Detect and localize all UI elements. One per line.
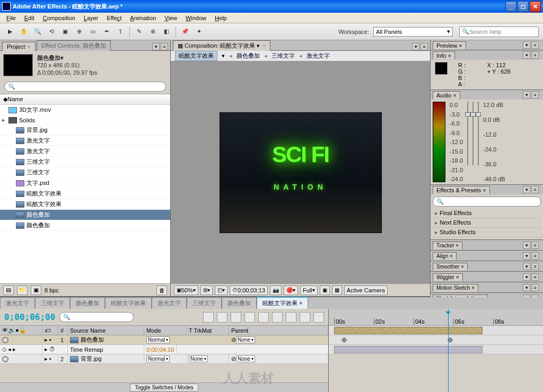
menu-layer[interactable]: Layer <box>80 14 103 22</box>
snapshot-button[interactable]: 📷 <box>270 286 282 295</box>
project-search[interactable]: 🔍 <box>4 82 166 92</box>
timeline-tab[interactable]: 三维文字 <box>35 297 70 309</box>
audio-tab[interactable]: Audio × <box>433 91 460 99</box>
tl-tool-icon[interactable] <box>286 312 296 323</box>
timeline-search[interactable]: 🔍 <box>59 312 134 322</box>
new-comp-button[interactable]: ▣ <box>31 286 41 295</box>
crumb[interactable]: 三维文字 <box>272 52 295 60</box>
search-help-input[interactable]: 🔍 Search Help <box>459 26 539 37</box>
tl-tool-icon[interactable] <box>203 312 214 323</box>
maximize-button[interactable]: ◻ <box>518 1 529 12</box>
side-panel-tab[interactable]: Align × <box>433 252 457 260</box>
crumb[interactable]: 激光文字 <box>306 52 330 60</box>
side-panel-tab[interactable]: Smoother × <box>433 263 468 270</box>
zoom-dropdown[interactable]: ▣ 50% ▾ <box>174 286 198 295</box>
camera-tool[interactable]: ▣ <box>59 26 71 38</box>
project-item[interactable]: 眩酷文字效果 <box>0 189 170 199</box>
playhead[interactable] <box>448 309 449 392</box>
effects-preset-category[interactable]: Final Effects <box>433 209 541 218</box>
camera-dropdown[interactable]: Active Camera <box>344 286 388 295</box>
tl-tool-icon[interactable] <box>272 312 283 323</box>
composition-viewer[interactable]: SCI FI NATION <box>171 61 430 283</box>
tl-tool-icon[interactable] <box>300 312 310 323</box>
mask-button[interactable]: ◰▾ <box>215 286 227 295</box>
menu-edit[interactable]: Edit <box>20 14 39 22</box>
tl-tool-icon[interactable] <box>313 312 324 323</box>
menu-composition[interactable]: Composition <box>39 14 80 22</box>
timeline-tab[interactable]: 激光文字 <box>152 297 187 309</box>
hand-tool[interactable]: ✋ <box>18 26 30 38</box>
local-axis-tool[interactable]: ✦ <box>193 26 205 38</box>
audio-slider-l[interactable] <box>467 102 468 165</box>
menu-animation[interactable]: Animation <box>126 14 160 22</box>
pan-behind-tool[interactable]: ⊕ <box>73 26 85 38</box>
layer-row[interactable]: ◇ ◂ ▸▸ ⏱Time Remap0;00;04;10 <box>0 345 328 354</box>
workspace-dropdown[interactable]: All Panels▾ <box>373 27 453 37</box>
project-item[interactable]: 三维文字 <box>0 167 170 178</box>
resolution-dropdown[interactable]: Full ▾ <box>300 286 318 295</box>
menu-file[interactable]: File <box>2 14 20 22</box>
project-item[interactable]: 三维文字 <box>0 157 170 167</box>
minimize-button[interactable]: _ <box>505 1 516 12</box>
effects-search[interactable]: 🔍 <box>433 197 541 207</box>
panel-menu-icon[interactable]: ▾ <box>152 43 160 50</box>
pen-tool[interactable]: ✒ <box>101 26 112 38</box>
tl-tool-icon[interactable] <box>244 312 255 323</box>
project-item[interactable]: 文字.psd <box>0 178 170 189</box>
layer-row[interactable]: ▸ ▪1颜色叠加Normal⊘ None <box>0 335 328 345</box>
tl-tool-icon[interactable] <box>231 312 241 323</box>
timeline-tab[interactable]: 眩酷文字效果 <box>105 297 152 309</box>
close-button[interactable]: ✕ <box>530 1 541 12</box>
project-tab[interactable]: Project× <box>2 42 36 51</box>
mask-tool[interactable]: ▭ <box>87 26 99 38</box>
project-item[interactable]: 背景.jpg <box>0 125 170 136</box>
crumb[interactable]: 颜色叠加 <box>237 52 260 60</box>
side-panel-tab[interactable]: Tracker × <box>433 242 462 249</box>
side-panel-tab[interactable]: Motion Sketch × <box>433 284 478 291</box>
crumb-active[interactable]: 眩酷文字效果 <box>175 51 217 61</box>
effect-controls-tab[interactable]: Effect Controls: 颜色叠加 <box>37 40 111 51</box>
type-tool[interactable]: T <box>115 26 126 38</box>
tl-tool-icon[interactable] <box>217 312 227 323</box>
selection-tool[interactable]: ▶ <box>4 26 16 38</box>
timeline-tab[interactable]: 激光文字 <box>0 297 35 309</box>
project-search-input[interactable] <box>15 84 162 90</box>
roi-button[interactable]: ▣ <box>320 286 330 295</box>
new-folder-button[interactable]: 📁 <box>17 286 28 295</box>
timeline-tab[interactable]: 颜色叠加 <box>222 297 257 309</box>
interpret-footage-button[interactable]: ▤ <box>3 286 14 295</box>
info-tab[interactable]: Info × <box>433 51 455 59</box>
brush-tool[interactable]: ✎ <box>133 26 145 38</box>
channel-button[interactable]: 🔴▾ <box>284 286 298 295</box>
panel-options-icon[interactable]: ≡ <box>421 43 428 50</box>
audio-slider-m[interactable] <box>472 102 474 165</box>
project-item[interactable]: 颜色叠加 <box>0 210 170 220</box>
effects-preset-category[interactable]: Next Effects <box>433 218 541 228</box>
project-item-name[interactable]: 颜色叠加▾ <box>37 54 97 61</box>
clone-tool[interactable]: ⊗ <box>147 26 159 38</box>
comp-tab[interactable]: ▦ Composition: 眩酷文字效果 ▾× <box>173 40 270 51</box>
transparency-grid-button[interactable]: ▦ <box>332 286 342 295</box>
time-display[interactable]: ⏱ 0;00;03;13 <box>230 286 268 295</box>
audio-slider-r[interactable] <box>478 102 479 165</box>
time-ruler[interactable]: 00s02s04s06s08s <box>329 309 543 326</box>
tl-tool-icon[interactable] <box>258 312 269 323</box>
current-timecode[interactable]: 0;00;06;00 <box>4 312 55 322</box>
project-item[interactable]: 眩酷文字效果 <box>0 199 170 210</box>
zoom-tool[interactable]: 🔍 <box>32 26 43 38</box>
preview-tab[interactable]: Preview × <box>433 41 466 49</box>
side-panel-tab[interactable]: Wiggler × <box>433 273 463 281</box>
menu-window[interactable]: Window <box>181 14 211 22</box>
menu-help[interactable]: Help <box>211 14 231 22</box>
toggle-switches-button[interactable]: Toggle Switches / Modes <box>130 384 198 391</box>
rotate-tool[interactable]: ⟲ <box>46 26 57 38</box>
project-item[interactable]: 3D文字.mov <box>0 105 170 115</box>
project-list-header[interactable]: ◆ Name <box>0 94 170 105</box>
delete-button[interactable]: 🗑 <box>156 286 167 295</box>
project-item[interactable]: 激光文字 <box>0 146 170 157</box>
timeline-tab[interactable]: 三维文字 <box>187 297 222 309</box>
project-item[interactable]: ▸Solids <box>0 115 170 125</box>
menu-effect[interactable]: Effect <box>102 14 126 22</box>
panel-menu-icon[interactable]: ▾ <box>412 43 419 50</box>
timeline-tab[interactable]: 颜色叠加 <box>70 297 105 309</box>
